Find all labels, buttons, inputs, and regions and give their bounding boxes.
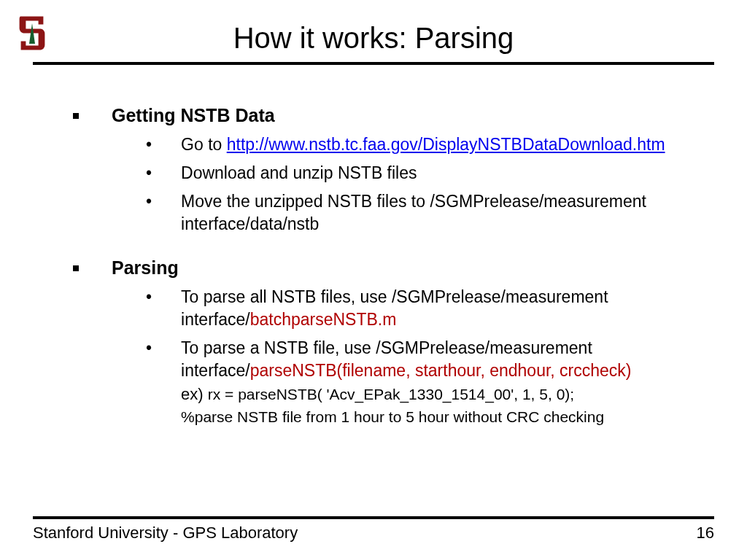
square-bullet-icon	[73, 265, 79, 271]
footer-divider	[33, 516, 714, 519]
bullet-dot-icon: •	[146, 286, 152, 308]
example-comment: %parse NSTB file from 1 hour to 5 hour w…	[181, 407, 700, 427]
bullet-dot-icon: •	[146, 190, 152, 213]
footer-left: Stanford University - GPS Laboratory	[33, 524, 298, 542]
example-code: rx = parseNSTB( 'Acv_EPak_1330_1514_00',…	[208, 386, 574, 402]
nstb-download-link[interactable]: http://www.nstb.tc.faa.gov/DisplayNSTBDa…	[227, 135, 665, 154]
section-heading: Getting NSTB Data	[73, 105, 700, 126]
slide: How it works: Parsing Getting NSTB Data …	[0, 0, 747, 560]
title-divider	[33, 62, 714, 65]
section-title: Parsing	[112, 257, 179, 279]
section-title: Getting NSTB Data	[112, 105, 275, 126]
slide-title: How it works: Parsing	[33, 22, 714, 55]
item-text: To parse a NSTB file, use /SGMPrelease/m…	[181, 337, 700, 427]
bullet-dot-icon: •	[146, 133, 152, 156]
section-heading: Parsing	[73, 257, 700, 279]
square-bullet-icon	[73, 113, 79, 119]
item-text: Download and unzip NSTB files	[181, 162, 700, 184]
sub-list: • To parse all NSTB files, use /SGMPrele…	[146, 286, 700, 427]
code-filename: batchparseNSTB.m	[250, 310, 397, 329]
list-item: • Move the unzipped NSTB files to /SGMPr…	[146, 190, 700, 236]
bullet-dot-icon: •	[146, 337, 152, 359]
bullet-dot-icon: •	[146, 162, 152, 184]
list-item: • To parse a NSTB file, use /SGMPrelease…	[146, 337, 700, 427]
list-item: • Go to http://www.nstb.tc.faa.gov/Displ…	[146, 133, 700, 156]
item-text: To parse all NSTB files, use /SGMPreleas…	[181, 286, 700, 331]
code-signature: parseNSTB(filename, starthour, endhour, …	[250, 361, 632, 380]
page-number: 16	[697, 524, 714, 542]
list-item: • To parse all NSTB files, use /SGMPrele…	[146, 286, 700, 331]
item-text: Go to http://www.nstb.tc.faa.gov/Display…	[181, 133, 700, 156]
footer: Stanford University - GPS Laboratory 16	[33, 516, 714, 542]
stanford-logo	[16, 13, 48, 52]
list-item: • Download and unzip NSTB files	[146, 162, 700, 184]
title-area: How it works: Parsing	[33, 22, 714, 55]
example-line: ex) rx = parseNSTB( 'Acv_EPak_1330_1514_…	[181, 384, 700, 405]
content-area: Getting NSTB Data • Go to http://www.nst…	[33, 105, 714, 427]
item-text: Move the unzipped NSTB files to /SGMPrel…	[181, 190, 700, 236]
sub-list: • Go to http://www.nstb.tc.faa.gov/Displ…	[146, 133, 700, 236]
